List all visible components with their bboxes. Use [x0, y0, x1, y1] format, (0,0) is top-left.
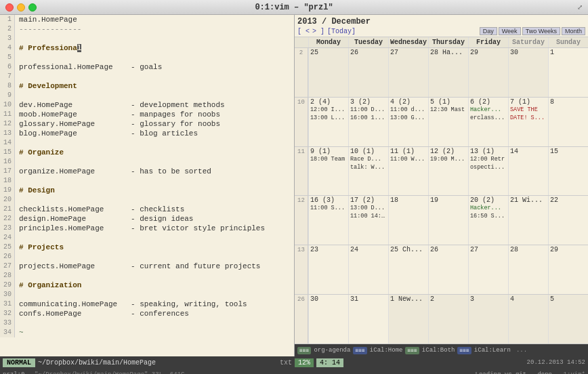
calendar-cell[interactable]: 15 — [548, 147, 588, 196]
calendar-event: 18:00 Team — [310, 155, 347, 163]
calendar-cell[interactable]: 29 — [468, 48, 508, 97]
view-month[interactable]: Month — [562, 27, 585, 35]
calendar-cell[interactable]: 28 Ha... — [428, 48, 468, 97]
calendar-nav[interactable]: [ < > ] [Today] Day Week Two Weeks Month — [297, 27, 585, 35]
calendar-cell[interactable]: 14 — [508, 147, 548, 196]
calendar-cell[interactable]: 12 (2)19:00 M... — [428, 147, 468, 196]
cell-date: 10 (1) — [350, 148, 387, 155]
calendar-cell[interactable]: 30 — [308, 295, 348, 344]
line-text: # Projects — [15, 243, 64, 252]
minimize-button[interactable] — [17, 3, 25, 12]
calendar-cell[interactable]: 20 (2)Hacker...16:50 S... — [468, 196, 508, 245]
calendar-cell[interactable]: 27 — [388, 48, 428, 97]
cell-date: 27 — [470, 246, 507, 253]
line-number: 15 — [0, 148, 15, 157]
calendar-event: 11:00 W... — [390, 155, 427, 163]
calendar-cell[interactable]: 26 — [428, 245, 468, 294]
calendar-cell[interactable]: 8 — [548, 98, 588, 146]
week-number: 12 — [295, 196, 308, 245]
cell-date: 2 — [430, 295, 467, 303]
week-number: 10 — [295, 98, 308, 146]
editor-content[interactable]: 1main.HomePage2--------------34# Profess… — [0, 15, 294, 356]
cell-date: 23 — [310, 246, 347, 253]
calendar-cell[interactable]: 11 (1)11:00 W... — [388, 147, 428, 196]
calendar-cell[interactable]: 5 — [548, 295, 588, 344]
calendar-header: 2013 / December [ < > ] [Today] Day Week… — [295, 15, 588, 37]
calendar-cell[interactable]: 3 (2)11:00 D...16:00 1... — [348, 98, 388, 146]
calendar-cell[interactable]: 24 — [348, 245, 388, 294]
cell-date: 4 (2) — [390, 98, 427, 106]
line-text — [15, 318, 19, 328]
line-text — [15, 290, 19, 299]
ical-learn-badge: ≡≡≡ — [457, 347, 471, 354]
calendar-status-bar: ≡≡≡ org-agenda ≡≡≡ iCal:Home ≡≡≡ iCal:Bo… — [295, 344, 588, 356]
calendar-cell[interactable]: 4 — [508, 295, 548, 344]
calendar-cell[interactable]: 25 — [308, 48, 348, 97]
calendar-cell[interactable]: 21 Wi... — [508, 196, 548, 245]
calendar-weeks: 225262728 Ha...29301102 (4)12:00 I...13:… — [295, 48, 588, 344]
view-two-weeks[interactable]: Two Weeks — [522, 27, 560, 35]
calendar-cell[interactable]: 5 (1)12:30 Mast — [428, 98, 468, 146]
calendar-cell[interactable]: 25 Ch... — [388, 245, 428, 294]
calendar-cell[interactable]: 16 (3)11:00 S... — [308, 196, 348, 245]
maximize-button[interactable] — [28, 3, 37, 12]
line-text — [15, 271, 19, 280]
editor-line: 16 — [0, 157, 294, 167]
calendar-week: 2630311 New...2345 — [295, 295, 588, 344]
nav-next[interactable]: > ] — [312, 28, 324, 35]
cell-date: 24 — [350, 246, 387, 253]
line-number: 30 — [0, 290, 15, 299]
line-text: dev.HomePage - development methods — [15, 100, 225, 110]
line-text: glossary.HomePage - glossary for noobs — [15, 119, 220, 129]
editor-line: 21checklists.HomePage - checklists — [0, 205, 294, 214]
cell-date: 7 (1) — [510, 98, 547, 106]
nav-prev[interactable]: [ < — [297, 28, 310, 35]
cell-date: 22 — [550, 196, 587, 204]
calendar-cell[interactable]: 23 — [308, 245, 348, 294]
calendar-cell[interactable]: 13 (1)12:00 Retrospecti... — [468, 147, 508, 196]
close-button[interactable] — [5, 3, 14, 12]
editor-line: 25# Projects — [0, 243, 294, 252]
calendar-cell[interactable]: 26 — [348, 48, 388, 97]
agenda-label: org-agenda — [314, 347, 350, 354]
calendar-cell[interactable]: 29 — [548, 245, 588, 294]
line-number: 25 — [0, 243, 15, 252]
bottom-right-info: Loading vc-git...done 1:vim* — [476, 370, 585, 374]
calendar-cell[interactable]: 9 (1)18:00 Team — [308, 147, 348, 196]
editor-pane[interactable]: 1main.HomePage2--------------34# Profess… — [0, 15, 295, 356]
nav-today[interactable]: [Today] — [327, 28, 356, 35]
window-controls[interactable] — [5, 3, 37, 12]
calendar-cell[interactable]: 10 (1)Race D...talk: W... — [348, 147, 388, 196]
line-number: 26 — [0, 252, 15, 262]
calendar-cell[interactable]: 3 — [468, 295, 508, 344]
calendar-cell[interactable]: 6 (2)Hacker...erclass... — [468, 98, 508, 146]
view-buttons[interactable]: Day Week Two Weeks Month — [480, 27, 585, 35]
line-number: 5 — [0, 53, 15, 62]
vim-percent: 12% — [295, 358, 314, 367]
resize-icon: ⤢ — [577, 3, 583, 12]
calendar-cell[interactable]: 31 — [348, 295, 388, 344]
calendar-cell[interactable]: 28 — [508, 245, 548, 294]
view-day[interactable]: Day — [480, 27, 497, 35]
calendar-cell[interactable]: 17 (2)13:00 D...11:00 14:00 A... — [348, 196, 388, 245]
calendar-cell[interactable]: 7 (1)SAVE THEDATE! S... — [508, 98, 548, 146]
cell-date: 26 — [430, 246, 467, 253]
calendar-cell[interactable]: 4 (2)11:00 d...13:00 G... — [388, 98, 428, 146]
week-number: 2 — [295, 48, 308, 97]
calendar-cell[interactable]: 18 — [388, 196, 428, 245]
editor-line: 13blog.HomePage - blog articles — [0, 129, 294, 138]
editor-line: 7 — [0, 72, 294, 81]
view-week[interactable]: Week — [499, 27, 521, 35]
calendar-cell[interactable]: 2 — [428, 295, 468, 344]
calendar-cell[interactable]: 30 — [508, 48, 548, 97]
calendar-cell[interactable]: 27 — [468, 245, 508, 294]
calendar-cell[interactable]: 1 New... — [388, 295, 428, 344]
calendar-cell[interactable]: 19 — [428, 196, 468, 245]
calendar-cell[interactable]: 2 (4)12:00 I...13:00 L... — [308, 98, 348, 146]
line-text: checklists.HomePage - checklists — [15, 205, 184, 214]
day-saturday: Saturday — [508, 37, 548, 47]
line-number: 33 — [0, 318, 15, 328]
calendar-cell[interactable]: 22 — [548, 196, 588, 245]
line-text: moob.HomePage - manpages for noobs — [15, 110, 220, 119]
calendar-cell[interactable]: 1 — [548, 48, 588, 97]
